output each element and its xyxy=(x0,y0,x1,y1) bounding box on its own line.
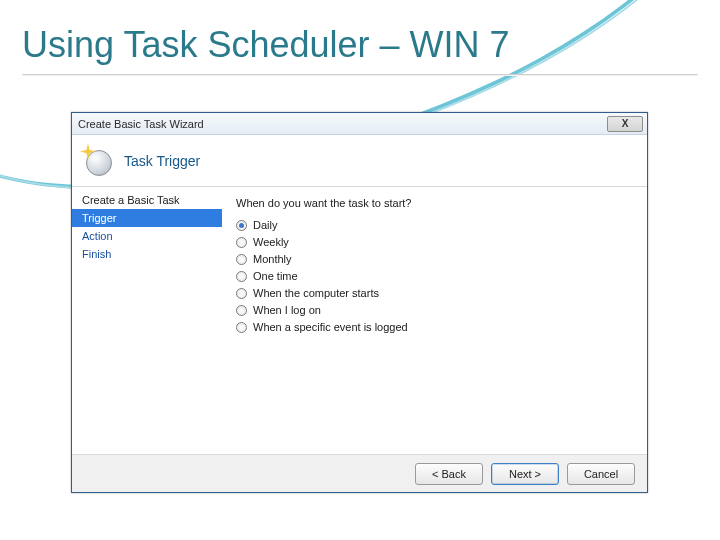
wizard-footer: < Back Next > Cancel xyxy=(72,454,647,492)
wizard-window: Create Basic Task Wizard X Task Trigger … xyxy=(71,112,648,493)
wizard-step-title: Task Trigger xyxy=(124,153,200,169)
radio-icon xyxy=(236,322,247,333)
slide-title-underline xyxy=(22,74,698,76)
option-event-logged[interactable]: When a specific event is logged xyxy=(236,321,633,333)
radio-icon xyxy=(236,271,247,282)
cancel-button[interactable]: Cancel xyxy=(567,463,635,485)
option-weekly[interactable]: Weekly xyxy=(236,236,633,248)
close-button[interactable]: X xyxy=(607,116,643,132)
wizard-main: When do you want the task to start? Dail… xyxy=(222,187,647,454)
radio-icon xyxy=(236,305,247,316)
close-icon: X xyxy=(622,118,629,129)
option-label: When I log on xyxy=(253,304,321,316)
back-button[interactable]: < Back xyxy=(415,463,483,485)
trigger-prompt: When do you want the task to start? xyxy=(236,197,633,209)
radio-icon xyxy=(236,288,247,299)
wizard-icon xyxy=(80,144,114,178)
sidebar-step-finish[interactable]: Finish xyxy=(72,245,222,263)
wizard-header: Task Trigger xyxy=(72,135,647,187)
option-computer-starts[interactable]: When the computer starts xyxy=(236,287,633,299)
option-label: Weekly xyxy=(253,236,289,248)
option-one-time[interactable]: One time xyxy=(236,270,633,282)
option-label: When the computer starts xyxy=(253,287,379,299)
option-monthly[interactable]: Monthly xyxy=(236,253,633,265)
radio-icon xyxy=(236,220,247,231)
option-label: One time xyxy=(253,270,298,282)
option-label: When a specific event is logged xyxy=(253,321,408,333)
sidebar-step-action[interactable]: Action xyxy=(72,227,222,245)
sidebar-heading: Create a Basic Task xyxy=(72,191,222,209)
next-button[interactable]: Next > xyxy=(491,463,559,485)
option-log-on[interactable]: When I log on xyxy=(236,304,633,316)
option-daily[interactable]: Daily xyxy=(236,219,633,231)
titlebar: Create Basic Task Wizard X xyxy=(72,113,647,135)
option-label: Monthly xyxy=(253,253,292,265)
option-label: Daily xyxy=(253,219,277,231)
radio-icon xyxy=(236,237,247,248)
sidebar-step-trigger[interactable]: Trigger xyxy=(72,209,222,227)
wizard-sidebar: Create a Basic Task Trigger Action Finis… xyxy=(72,187,222,454)
radio-icon xyxy=(236,254,247,265)
slide-title: Using Task Scheduler – WIN 7 xyxy=(22,24,510,66)
window-title: Create Basic Task Wizard xyxy=(78,118,204,130)
